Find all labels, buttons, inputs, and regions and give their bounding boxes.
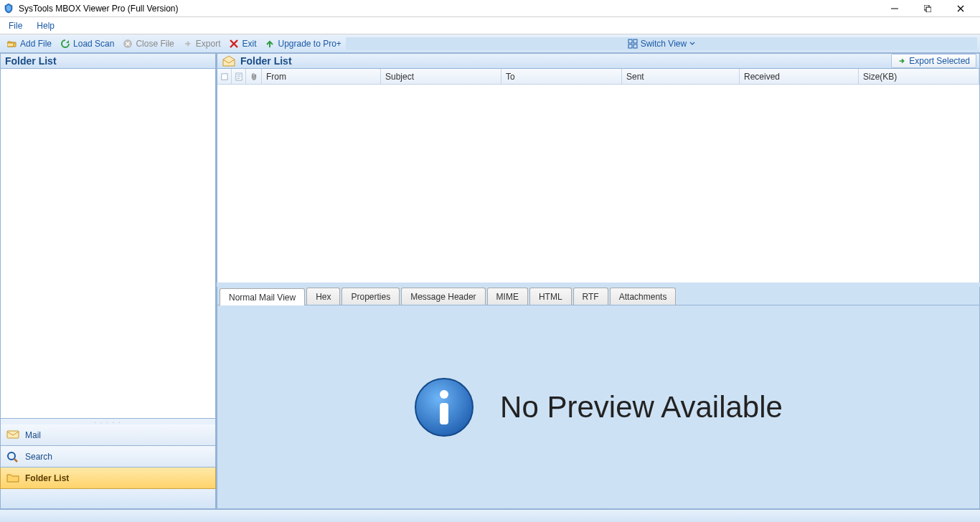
load-scan-label: Load Scan — [73, 39, 114, 49]
svg-point-13 — [440, 390, 448, 399]
close-file-label: Close File — [136, 39, 174, 49]
close-file-button[interactable]: Close File — [118, 37, 178, 50]
svg-rect-4 — [628, 39, 632, 43]
menu-help[interactable]: Help — [32, 19, 59, 32]
load-scan-button[interactable]: Load Scan — [56, 37, 118, 50]
col-checkbox[interactable] — [217, 69, 232, 84]
close-circle-icon — [123, 39, 133, 49]
message-grid: From Subject To Sent Received Size(KB) — [217, 69, 980, 283]
maximize-button[interactable] — [911, 0, 944, 17]
col-size[interactable]: Size(KB) — [859, 69, 979, 84]
col-type-icon[interactable] — [232, 69, 246, 84]
upgrade-label: Upgrade to Pro+ — [278, 39, 341, 49]
tab-html[interactable]: HTML — [529, 288, 572, 305]
col-from[interactable]: From — [262, 69, 381, 84]
close-button[interactable] — [944, 0, 977, 17]
upgrade-button[interactable]: Upgrade to Pro+ — [260, 37, 345, 50]
col-sent[interactable]: Sent — [622, 69, 740, 84]
tab-message-header[interactable]: Message Header — [401, 288, 485, 305]
export-selected-button[interactable]: Export Selected — [891, 54, 976, 68]
list-panel-header: Folder List Export Selected — [217, 53, 980, 69]
folder-tree[interactable] — [0, 69, 216, 419]
info-icon — [414, 377, 474, 437]
x-icon — [229, 39, 239, 49]
add-file-button[interactable]: Add File — [3, 37, 56, 50]
preview-tabs: Normal Mail View Hex Properties Message … — [217, 287, 979, 305]
arrow-right-icon — [183, 39, 193, 49]
minimize-button[interactable] — [878, 0, 911, 17]
svg-rect-2 — [926, 7, 931, 12]
magnifier-icon — [6, 451, 19, 462]
col-to[interactable]: To — [501, 69, 622, 84]
col-subject[interactable]: Subject — [381, 69, 501, 84]
tab-mime[interactable]: MIME — [487, 288, 528, 305]
folder-open-icon — [7, 39, 17, 49]
tab-normal-mail-view[interactable]: Normal Mail View — [220, 288, 305, 305]
tab-properties[interactable]: Properties — [341, 288, 400, 305]
refresh-icon — [60, 39, 70, 49]
switch-view-button[interactable]: Switch View — [623, 37, 699, 50]
titlebar: SysTools MBOX Viewer Pro (Full Version) — [0, 0, 980, 17]
tab-attachments[interactable]: Attachments — [610, 288, 677, 305]
exit-label: Exit — [242, 39, 256, 49]
envelope-open-icon — [222, 55, 236, 67]
window-title: SysTools MBOX Viewer Pro (Full Version) — [19, 4, 179, 14]
app-icon — [3, 3, 14, 14]
export-button[interactable]: Export — [179, 37, 225, 50]
left-sidebar: Folder List . . . . . Mail Search Folder… — [0, 53, 217, 509]
col-received[interactable]: Received — [740, 69, 859, 84]
nav-folder-list-label: Folder List — [25, 473, 69, 483]
toolbar: Add File Load Scan Close File Export Exi… — [0, 34, 980, 53]
svg-point-9 — [8, 452, 15, 460]
svg-rect-7 — [633, 44, 637, 48]
grid-columns-header: From Subject To Sent Received Size(KB) — [217, 69, 979, 85]
panel-resize-handle[interactable]: . . . . . — [0, 419, 216, 424]
list-panel-title: Folder List — [240, 55, 891, 67]
export-selected-label: Export Selected — [909, 56, 970, 66]
export-label: Export — [196, 39, 221, 49]
svg-rect-8 — [7, 431, 19, 438]
nav-search-button[interactable]: Search — [0, 446, 216, 468]
menubar: File Help — [0, 17, 980, 34]
nav-search-label: Search — [25, 452, 52, 462]
preview-panel: Normal Mail View Hex Properties Message … — [217, 287, 980, 509]
nav-mail-button[interactable]: Mail — [0, 424, 216, 446]
nav-footer — [0, 489, 216, 509]
svg-rect-5 — [633, 39, 637, 43]
tab-hex[interactable]: Hex — [306, 288, 340, 305]
folder-list-panel-header: Folder List — [0, 53, 216, 69]
grid-body[interactable] — [217, 85, 979, 283]
add-file-label: Add File — [20, 39, 52, 49]
svg-rect-10 — [221, 73, 227, 79]
content-area: Folder List Export Selected — [217, 53, 980, 509]
preview-body: No Preview Available — [217, 305, 979, 508]
col-attachment-icon[interactable] — [246, 69, 262, 84]
nav-mail-label: Mail — [25, 430, 41, 440]
svg-rect-6 — [628, 44, 632, 48]
grid-icon — [628, 39, 638, 49]
arrow-up-icon — [265, 39, 275, 49]
nav-folder-list-button[interactable]: Folder List — [0, 468, 216, 489]
export-arrow-icon — [897, 57, 906, 65]
tab-rtf[interactable]: RTF — [573, 288, 608, 305]
statusbar — [0, 509, 980, 522]
envelope-icon — [6, 430, 19, 441]
menu-file[interactable]: File — [4, 19, 27, 32]
exit-button[interactable]: Exit — [225, 37, 260, 50]
svg-rect-14 — [440, 403, 448, 424]
folder-list-header-label: Folder List — [5, 55, 57, 67]
chevron-down-icon — [689, 39, 695, 49]
folder-icon — [6, 473, 19, 484]
no-preview-message: No Preview Available — [500, 390, 783, 424]
svg-rect-0 — [891, 8, 898, 9]
switch-view-label: Switch View — [641, 39, 687, 49]
